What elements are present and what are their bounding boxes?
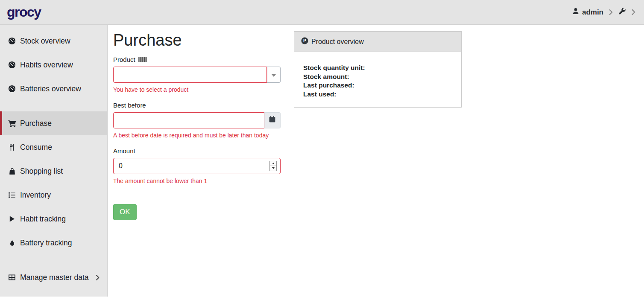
sidebar-item-batteries-overview[interactable]: Batteries overview xyxy=(0,77,107,101)
field-last-used: Last used: xyxy=(303,90,454,99)
utensils-icon xyxy=(8,144,16,151)
sidebar-item-label: Battery tracking xyxy=(20,239,72,248)
best-before-input[interactable] xyxy=(113,112,264,128)
sidebar-item-label: Inventory xyxy=(20,191,51,200)
sidebar-item-inventory[interactable]: Inventory xyxy=(0,183,107,207)
svg-text:P: P xyxy=(303,38,306,43)
chevron-right-icon xyxy=(96,275,100,280)
product-overview-card: P Product overview Stock quantity unit: … xyxy=(294,31,462,108)
sidebar-item-label: Stock overview xyxy=(20,37,70,46)
shopping-bag-icon xyxy=(8,168,16,175)
amount-form-group: Amount The amount cannot be lower than 1 xyxy=(113,147,281,184)
settings-menu[interactable] xyxy=(618,7,626,17)
amount-stepper[interactable] xyxy=(269,161,277,171)
user-icon xyxy=(572,8,579,17)
chevron-right-icon xyxy=(609,9,613,15)
amount-error-text: The amount cannot be lower than 1 xyxy=(113,178,281,184)
sidebar-nav: Stock overview Habits overview Batteries… xyxy=(0,25,108,297)
wrench-icon xyxy=(618,7,626,17)
best-before-error-text: A best before date is required and must … xyxy=(113,132,281,139)
list-icon xyxy=(8,191,16,199)
gauge-icon xyxy=(8,61,16,69)
play-icon xyxy=(8,215,16,222)
sidebar-item-habit-tracking[interactable]: Habit tracking xyxy=(0,207,107,231)
barcode-icon xyxy=(138,56,147,63)
amount-input[interactable] xyxy=(113,158,281,174)
field-stock-quantity-unit: Stock quantity unit: xyxy=(303,64,454,73)
sidebar-item-shopping-list[interactable]: Shopping list xyxy=(0,159,107,183)
sidebar-item-habits-overview[interactable]: Habits overview xyxy=(0,53,107,77)
gauge-icon xyxy=(8,85,16,93)
sidebar-item-label: Consume xyxy=(20,143,52,152)
user-name-label: admin xyxy=(582,8,603,17)
product-overview-header: P Product overview xyxy=(294,32,461,52)
product-label: Product xyxy=(113,56,281,63)
cart-icon xyxy=(8,119,16,128)
product-overview-title: Product overview xyxy=(311,38,364,46)
main-content: Purchase Product You h xyxy=(108,25,644,297)
app-logo[interactable]: grocy xyxy=(7,4,41,20)
product-dropdown-button[interactable] xyxy=(267,67,281,83)
sidebar-item-manage-master-data[interactable]: Manage master data xyxy=(0,265,107,289)
product-form-group: Product You have to select a product xyxy=(113,56,281,93)
caret-down-icon xyxy=(272,71,276,79)
page-title: Purchase xyxy=(113,31,281,50)
product-error-text: You have to select a product xyxy=(113,86,281,93)
table-icon xyxy=(8,274,16,281)
user-menu[interactable]: admin xyxy=(572,8,603,17)
drop-icon xyxy=(8,239,16,247)
gauge-icon xyxy=(8,37,16,45)
ok-button[interactable]: OK xyxy=(113,204,137,220)
calendar-icon xyxy=(269,116,276,125)
amount-label: Amount xyxy=(113,147,281,154)
best-before-form-group: Best before A best before date is requir… xyxy=(113,102,281,139)
sidebar-item-purchase[interactable]: Purchase xyxy=(0,111,107,135)
stepper-up-icon[interactable] xyxy=(270,161,276,166)
calendar-button[interactable] xyxy=(264,112,281,128)
sidebar-item-label: Manage master data xyxy=(20,273,89,282)
sidebar-item-label: Shopping list xyxy=(20,167,63,176)
product-overview-body: Stock quantity unit: Stock amount: Last … xyxy=(294,52,461,107)
navbar-right: admin xyxy=(572,7,635,17)
sidebar-item-label: Habits overview xyxy=(20,61,73,70)
sidebar-item-battery-tracking[interactable]: Battery tracking xyxy=(0,231,107,255)
circle-p-icon: P xyxy=(301,37,308,46)
chevron-right-icon xyxy=(632,9,635,15)
stepper-down-icon[interactable] xyxy=(270,166,276,171)
sidebar-item-label: Purchase xyxy=(20,119,52,128)
top-navbar: grocy admin xyxy=(0,0,644,25)
sidebar-item-consume[interactable]: Consume xyxy=(0,135,107,159)
sidebar-item-label: Batteries overview xyxy=(20,84,81,93)
product-input[interactable] xyxy=(113,67,267,83)
sidebar-item-label: Habit tracking xyxy=(20,215,66,224)
field-last-purchased: Last purchased: xyxy=(303,81,454,90)
best-before-label: Best before xyxy=(113,102,281,109)
sidebar-item-stock-overview[interactable]: Stock overview xyxy=(0,29,107,53)
field-stock-amount: Stock amount: xyxy=(303,73,454,82)
